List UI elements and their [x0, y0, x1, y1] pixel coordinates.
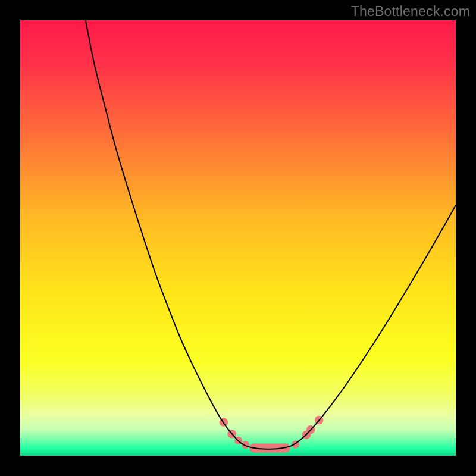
bottleneck-curve — [86, 20, 456, 449]
watermark-text: TheBottleneck.com — [351, 4, 470, 20]
curve-layer — [20, 20, 456, 456]
marker-layer — [220, 416, 324, 453]
chart-container: TheBottleneck.com — [0, 0, 476, 476]
plot-area — [20, 20, 456, 456]
